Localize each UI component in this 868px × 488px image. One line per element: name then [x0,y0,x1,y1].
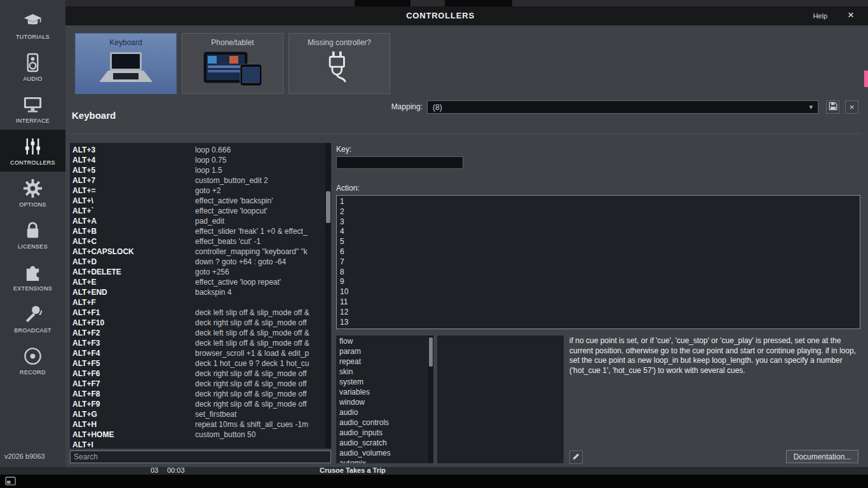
shortcut-row[interactable]: ALT+F [70,297,325,308]
close-icon: × [850,102,855,112]
tab-phone-tablet[interactable]: Phone/tablet [182,33,283,94]
category-item[interactable]: window [336,397,428,407]
shortcut-action: browser_scroll +1 & load & edit_p [195,349,309,358]
shortcut-row[interactable]: ALT+3loop 0.666 [70,145,325,155]
shortcut-key: ALT+F4 [72,348,195,358]
sidebar-item-record[interactable]: RECORD [0,339,65,381]
documentation-button[interactable]: Documentation... [786,450,858,463]
search-input[interactable] [70,451,331,463]
shortcut-row[interactable]: ALT+F8deck right slip off & slip_mode of… [70,389,325,399]
shortcut-row[interactable]: ALT+CAPSLOCKcontroller_mapping "keyboard… [70,247,325,257]
action-line-number: 13 [340,318,857,328]
shortcut-action: custom_button_edit 2 [195,176,268,185]
action-line-number: 6 [340,247,857,257]
shortcut-key: ALT+HOME [72,430,195,440]
category-item[interactable]: audio_scratch [336,438,428,448]
help-link[interactable]: Help [813,12,827,20]
category-item[interactable]: flow [336,336,428,346]
sidebar-item-extensions[interactable]: EXTENSIONS [0,255,65,297]
shortcut-row[interactable]: ALT+F4browser_scroll +1 & load & edit_p [70,348,325,358]
shortcut-key: ALT+CAPSLOCK [72,247,195,257]
main-panel: KeyboardPhone/tabletMissing controller? … [65,25,868,467]
mapping-value: (8) [433,103,442,112]
scrollbar-thumb[interactable] [429,337,433,367]
category-item[interactable]: audio_controls [336,417,428,428]
sidebar-item-interface[interactable]: INTERFACE [0,88,65,130]
shortcut-row[interactable]: ALT+F5deck 1 hot_cue 9 ? deck 1 hot_cu [70,358,325,369]
shortcut-action: custom_button 50 [195,430,255,439]
shortcut-action: effect_beats 'cut' -1 [195,237,261,246]
shortcut-row[interactable]: ALT+\effect_active 'backspin' [70,196,325,206]
shortcut-row[interactable]: ALT+Apad_edit [70,216,325,226]
shortcut-row[interactable]: ALT+Hrepeat 10ms & shift_all_cues -1m [70,419,325,430]
shortcut-row[interactable]: ALT+Eeffect_active 'loop repeat' [70,277,325,287]
category-item[interactable]: param [336,346,428,356]
shortcut-list-scrollbar[interactable] [325,143,331,449]
shortcut-row[interactable]: ALT+Ddown ? goto +64 : goto -64 [70,257,325,267]
sidebar-item-licenses[interactable]: LICENSES [0,214,65,255]
shortcut-row[interactable]: ALT+F2deck left slip off & slip_mode off… [70,328,325,338]
shortcut-row[interactable]: ALT+ENDbackspin 4 [70,287,325,297]
shortcut-row[interactable]: ALT+F3deck left slip off & slip_mode off… [70,338,325,348]
save-mapping-button[interactable] [826,100,839,114]
shortcut-action: deck right slip off & slip_mode off [195,390,307,398]
tab-missing-controller[interactable]: Missing controller? [288,33,390,94]
laptop-keyboard-image [76,47,176,90]
category-item[interactable]: audio [336,407,428,417]
monitor-icon [22,94,44,116]
action-line-number: 8 [340,268,857,278]
shortcut-row[interactable]: ALT+F1deck left slip off & slip_mode off… [70,308,325,318]
category-item[interactable]: system [336,377,428,387]
tab-label: Missing controller? [289,38,390,47]
shortcut-key: ALT+B [72,226,195,236]
shortcut-row[interactable]: ALT+F7deck right slip off & slip_mode of… [70,379,325,389]
shortcut-row[interactable]: ALT+4loop 0.75 [70,155,325,165]
category-item[interactable]: audio_volumes [336,448,428,458]
shortcut-action: set_firstbeat [195,410,236,419]
shortcut-row[interactable]: ALT+DELETEgoto +256 [70,267,325,277]
shortcut-row[interactable]: ALT+F9deck right slip off & slip_mode of… [70,399,325,409]
sidebar-item-audio[interactable]: AUDIO [0,46,65,88]
sideview-toggle-icon[interactable] [4,476,17,487]
sidebar-item-options[interactable]: OPTIONS [0,172,65,214]
shortcut-key: ALT+D [72,257,195,267]
close-icon[interactable]: × [848,9,854,22]
shortcut-key: ALT+END [72,287,195,297]
shortcut-row[interactable]: ALT+=goto +2 [70,186,325,196]
shortcut-row[interactable]: ALT+7custom_button_edit 2 [70,175,325,186]
action-line-number: 12 [340,308,857,318]
tab-keyboard[interactable]: Keyboard [75,33,177,94]
category-item[interactable]: repeat [336,356,428,367]
scrollbar-thumb[interactable] [326,191,330,223]
category-item[interactable]: skin [336,367,428,377]
category-item[interactable]: variables [336,387,428,397]
category-item[interactable]: audio_inputs [336,428,428,438]
shortcut-row[interactable]: ALT+`effect_active 'loopcut' [70,206,325,216]
shortcut-key: ALT+E [72,277,195,287]
mapping-dropdown[interactable]: (8) ▾ [427,100,818,114]
shortcut-row[interactable]: ALT+I [70,440,325,449]
shortcut-key: ALT+` [72,206,195,216]
shortcut-key: ALT+= [72,186,195,196]
sidebar-item-controllers[interactable]: CONTROLLERS [0,130,65,172]
waveform-marker [864,71,868,87]
category-item[interactable]: automix [336,458,428,463]
sidebar-item-broadcast[interactable]: BROADCAST [0,297,65,339]
category-list-scrollbar[interactable] [428,336,433,463]
delete-mapping-button[interactable]: × [845,100,858,114]
background-track-row: 03 00:03 Crusoe Takes a Trip [0,467,868,475]
shortcut-row[interactable]: ALT+HOMEcustom_button 50 [70,430,325,440]
edit-action-button[interactable] [569,451,583,464]
shortcut-row[interactable]: ALT+Beffect_slider 'freak' 1 +0 & effect… [70,226,325,236]
shortcut-key: ALT+F10 [72,318,195,328]
action-editor[interactable]: 12345678910111213 [336,195,860,329]
shortcut-row[interactable]: ALT+Ceffect_beats 'cut' -1 [70,236,325,247]
key-input[interactable] [336,156,463,169]
shortcut-row[interactable]: ALT+5loop 1.5 [70,165,325,175]
shortcut-row[interactable]: ALT+Gset_firstbeat [70,409,325,419]
shortcut-key: ALT+5 [72,165,195,175]
shortcut-row[interactable]: ALT+F10deck right slip off & slip_mode o… [70,318,325,328]
sidebar-item-tutorials[interactable]: TUTORIALS [0,4,65,46]
action-line-number: 1 [340,197,857,207]
shortcut-row[interactable]: ALT+F6deck right slip off & slip_mode of… [70,369,325,379]
